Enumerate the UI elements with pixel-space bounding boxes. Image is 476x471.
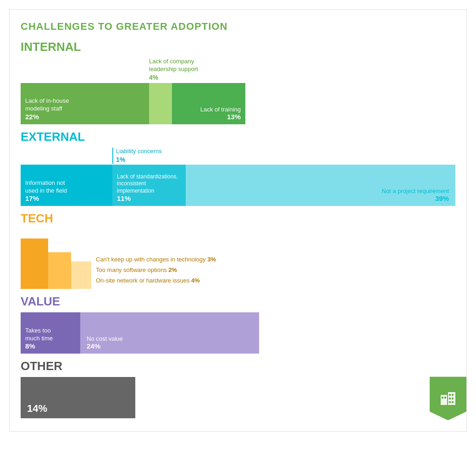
svg-rect-5 [452, 394, 454, 396]
logo-badge [430, 377, 466, 420]
svg-rect-8 [449, 401, 451, 403]
svg-rect-4 [449, 394, 451, 396]
bar-not-project-requirement: Not a project requirement 39% [186, 165, 455, 206]
tech-bars-row: Can't keep up with changes in technology… [21, 229, 455, 289]
liability-concerns-label: Liability concerns 1% [112, 148, 162, 164]
bar-lack-of-standardization: Lack of standardizations, inconsistent i… [112, 165, 186, 206]
other-label: OTHER [21, 359, 455, 373]
value-label: VALUE [21, 294, 455, 309]
leadership-support-label: Lack of company leadership support 4% [149, 58, 198, 82]
svg-rect-3 [444, 397, 446, 399]
internal-top-row: Lack of company leadership support 4% [21, 58, 455, 82]
bar-cant-keep-up [48, 252, 71, 289]
tech-bar1-label: Can't keep up with changes in technology… [96, 256, 216, 264]
svg-rect-2 [442, 397, 443, 399]
tech-section: TECH Can't keep up with changes in techn… [21, 211, 455, 289]
internal-section: INTERNAL Lack of company leadership supp… [21, 40, 455, 124]
external-top-row: Liability concerns 1% [21, 148, 455, 164]
bar-no-cost-value: No cost value 24% [80, 312, 259, 354]
bar-takes-too-much-time: Takes too much time 8% [21, 312, 80, 354]
external-label: EXTERNAL [21, 130, 455, 144]
tech-labels-column: Can't keep up with changes in technology… [91, 256, 216, 289]
external-bars-row: Information not used in the field 17% La… [21, 165, 455, 206]
logo-icon [438, 388, 458, 409]
page-title: CHALLENGES TO GREATER ADOPTION [21, 21, 455, 33]
value-section: VALUE Takes too much time 8% No cost val… [21, 294, 455, 354]
other-bars-row: 14% [21, 377, 455, 418]
tech-bar2-label: Too many software options 2% [96, 266, 216, 274]
main-container: CHALLENGES TO GREATER ADOPTION INTERNAL … [9, 9, 467, 432]
svg-rect-9 [452, 401, 454, 403]
bar-lack-of-training: Lack of training 13% [172, 83, 245, 124]
tech-label: TECH [21, 211, 455, 226]
external-section: EXTERNAL Liability concerns 1% Informati… [21, 130, 455, 206]
bar-leadership-support [149, 83, 172, 124]
other-section: OTHER 14% [21, 359, 455, 418]
bar-lack-of-staff: Lack of in-house modeling staff 22% [21, 83, 149, 124]
svg-rect-6 [449, 398, 451, 399]
bar-too-many-software [71, 261, 91, 289]
bar-other: 14% [21, 377, 135, 418]
internal-bars-row: Lack of in-house modeling staff 22% Lack… [21, 83, 455, 124]
value-bars-row: Takes too much time 8% No cost value 24% [21, 312, 455, 354]
svg-rect-7 [452, 398, 454, 399]
svg-rect-0 [441, 395, 447, 405]
bar-onsite-network [21, 238, 48, 289]
internal-label: INTERNAL [21, 40, 455, 54]
bar-info-not-used: Information not used in the field 17% [21, 165, 112, 206]
tech-bar3-label: On-site network or hardware issues 4% [96, 277, 216, 285]
